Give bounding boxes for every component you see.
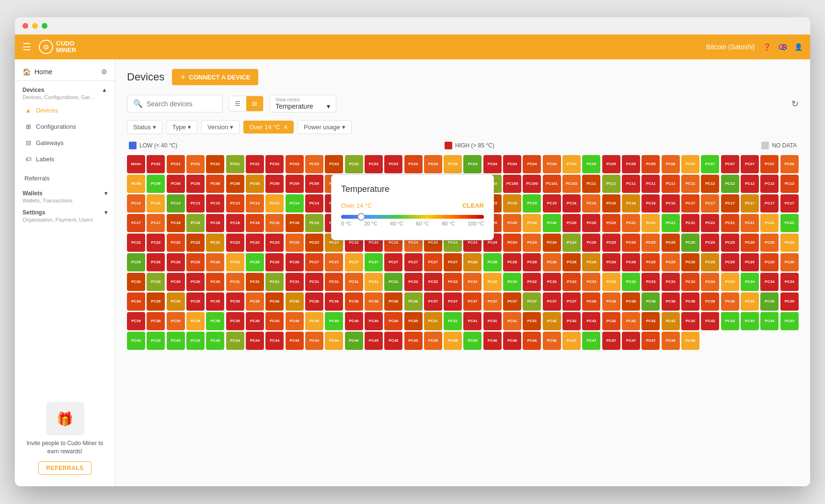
- device-tile[interactable]: PC21: [662, 214, 680, 232]
- device-tile[interactable]: PC04: [523, 155, 541, 173]
- device-tile[interactable]: PC12: [701, 175, 719, 193]
- device-tile[interactable]: PC23: [265, 234, 284, 252]
- device-tile[interactable]: PC39: [127, 312, 145, 330]
- device-tile[interactable]: PC44: [226, 332, 244, 350]
- device-tile[interactable]: PC40: [384, 312, 402, 330]
- device-tile[interactable]: PC38: [681, 292, 699, 311]
- device-tile[interactable]: PC48: [662, 332, 680, 350]
- device-tile[interactable]: PC36: [305, 292, 323, 311]
- power-filter[interactable]: Power usage ▾: [298, 120, 352, 134]
- device-tile[interactable]: PC05: [642, 155, 660, 173]
- device-tile[interactable]: PC45: [384, 332, 402, 350]
- device-tile[interactable]: PC42: [582, 312, 600, 330]
- device-tile[interactable]: PC12: [741, 175, 759, 193]
- device-tile[interactable]: PC34: [780, 273, 799, 291]
- device-tile[interactable]: PC37: [483, 292, 502, 311]
- device-tile[interactable]: PC38: [701, 292, 719, 311]
- device-tile[interactable]: PC44: [345, 332, 363, 350]
- device-tile[interactable]: PC41: [424, 312, 442, 330]
- sidebar-item-configurations[interactable]: ⊞ Configurations: [17, 119, 113, 134]
- device-tile[interactable]: PC31: [345, 273, 363, 291]
- device-tile[interactable]: PC20: [562, 214, 581, 232]
- device-tile[interactable]: PC28: [483, 253, 502, 271]
- device-tile[interactable]: PC24: [562, 234, 581, 252]
- device-tile[interactable]: PC26: [206, 253, 224, 271]
- device-tile[interactable]: PC43: [127, 332, 145, 350]
- device-tile[interactable]: PC46: [503, 332, 521, 350]
- device-tile[interactable]: PC25: [681, 234, 699, 252]
- device-tile[interactable]: PC26: [286, 253, 304, 271]
- device-tile[interactable]: PC18: [265, 214, 284, 232]
- device-tile[interactable]: PC01: [226, 155, 244, 173]
- device-tile[interactable]: PC45: [444, 332, 462, 350]
- device-tile[interactable]: PC11: [622, 175, 640, 193]
- device-tile[interactable]: PC35: [147, 292, 165, 311]
- device-tile[interactable]: PC29: [642, 253, 660, 271]
- device-tile[interactable]: PC17: [780, 194, 799, 213]
- device-tile[interactable]: PC06: [662, 155, 680, 173]
- device-tile[interactable]: PC16: [562, 194, 581, 213]
- device-tile[interactable]: PC42: [662, 312, 680, 330]
- device-tile[interactable]: PC34: [741, 273, 759, 291]
- device-tile[interactable]: PC36: [265, 292, 284, 311]
- device-tile[interactable]: PC45: [365, 332, 383, 350]
- device-tile[interactable]: PC33: [582, 273, 600, 291]
- device-tile[interactable]: PC21: [760, 214, 779, 232]
- device-tile[interactable]: PC37: [503, 292, 521, 311]
- device-tile[interactable]: PC03: [305, 155, 323, 173]
- device-tile[interactable]: PC27: [404, 253, 423, 271]
- temperature-slider[interactable]: 0 °C 20 °C 40 °C 60 °C 80 °C 100 °C: [341, 215, 484, 226]
- device-tile[interactable]: PC39: [186, 312, 205, 330]
- device-tile[interactable]: PC27: [305, 253, 323, 271]
- device-tile[interactable]: PC27: [424, 253, 442, 271]
- device-tile[interactable]: PC02: [265, 155, 284, 173]
- device-tile[interactable]: PC27: [345, 253, 363, 271]
- device-tile[interactable]: PC40: [325, 312, 343, 330]
- device-tile[interactable]: PC29: [760, 253, 779, 271]
- device-tile[interactable]: PC32: [463, 273, 481, 291]
- active-temperature-filter[interactable]: Over 14 °C ✕: [243, 121, 293, 134]
- slider-thumb[interactable]: [357, 213, 365, 221]
- device-tile[interactable]: PC01: [147, 155, 165, 173]
- device-tile[interactable]: PC42: [681, 312, 699, 330]
- device-tile[interactable]: PC31: [365, 273, 383, 291]
- device-tile[interactable]: PC45: [404, 332, 423, 350]
- minimize-btn[interactable]: [32, 23, 38, 29]
- device-tile[interactable]: PC26: [246, 253, 264, 271]
- device-tile[interactable]: PC35: [186, 292, 205, 311]
- device-tile[interactable]: PC11: [642, 175, 660, 193]
- sidebar-item-labels[interactable]: 🏷 Labels: [17, 151, 113, 167]
- device-tile[interactable]: PC37: [444, 292, 462, 311]
- device-tile[interactable]: PC36: [286, 292, 304, 311]
- device-tile[interactable]: PC13: [246, 194, 264, 213]
- device-tile[interactable]: PC44: [246, 332, 264, 350]
- device-tile[interactable]: PC03: [384, 155, 402, 173]
- device-tile[interactable]: PC07: [701, 155, 719, 173]
- device-tile[interactable]: PC16: [642, 194, 660, 213]
- device-tile[interactable]: PC20: [503, 214, 521, 232]
- device-tile[interactable]: PC13: [167, 194, 185, 213]
- view-metric-dropdown[interactable]: View metric Temperature ▾: [269, 95, 336, 112]
- device-tile[interactable]: PC47: [582, 332, 600, 350]
- device-tile[interactable]: PC18: [206, 214, 224, 232]
- device-tile[interactable]: PC40: [305, 312, 323, 330]
- device-tile[interactable]: PC12: [760, 175, 779, 193]
- device-tile[interactable]: PC33: [642, 273, 660, 291]
- device-tile[interactable]: PC25: [760, 234, 779, 252]
- device-tile[interactable]: PC39: [760, 292, 779, 311]
- device-tile[interactable]: PC41: [503, 312, 521, 330]
- device-tile[interactable]: PC22: [780, 214, 799, 232]
- device-tile[interactable]: PC09: [305, 175, 323, 193]
- device-tile[interactable]: PC28: [582, 253, 600, 271]
- device-tile[interactable]: PC08: [246, 175, 264, 193]
- device-tile[interactable]: PC25: [622, 234, 640, 252]
- device-tile[interactable]: PC26: [147, 253, 165, 271]
- device-tile[interactable]: PC41: [463, 312, 481, 330]
- device-tile[interactable]: PC35: [226, 292, 244, 311]
- device-tile[interactable]: PC30: [167, 273, 185, 291]
- device-tile[interactable]: PC34: [127, 292, 145, 311]
- device-tile[interactable]: PC38: [582, 292, 600, 311]
- device-tile[interactable]: PC22: [226, 234, 244, 252]
- device-tile[interactable]: PC01: [167, 155, 185, 173]
- status-filter[interactable]: Status ▾: [127, 120, 162, 134]
